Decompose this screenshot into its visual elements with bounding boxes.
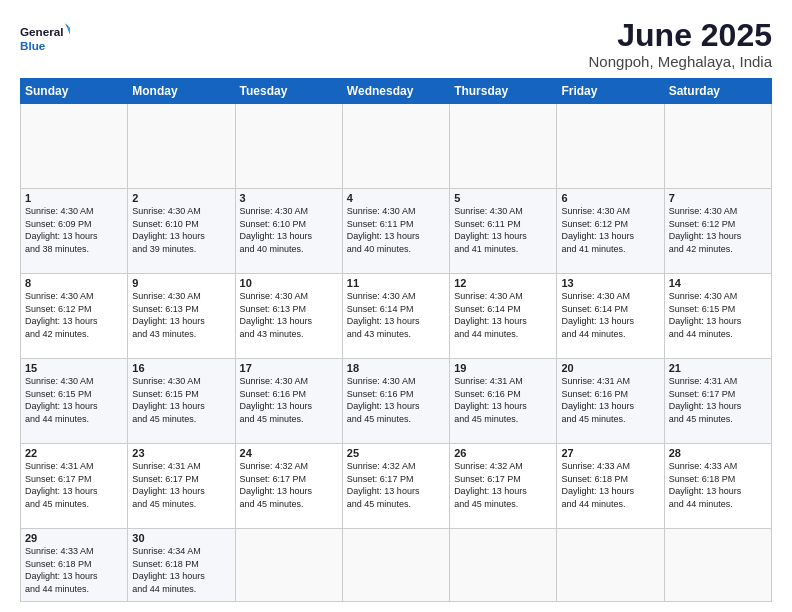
cell-content: Sunrise: 4:30 AM Sunset: 6:11 PM Dayligh… [454,205,552,255]
cell-content: Sunrise: 4:30 AM Sunset: 6:15 PM Dayligh… [25,375,123,425]
day-number: 9 [132,277,230,289]
table-cell [557,529,664,602]
day-number: 15 [25,362,123,374]
day-number: 8 [25,277,123,289]
table-cell: 3Sunrise: 4:30 AM Sunset: 6:10 PM Daylig… [235,189,342,274]
cell-content: Sunrise: 4:30 AM Sunset: 6:13 PM Dayligh… [132,290,230,340]
table-cell: 19Sunrise: 4:31 AM Sunset: 6:16 PM Dayli… [450,359,557,444]
cell-content: Sunrise: 4:30 AM Sunset: 6:16 PM Dayligh… [347,375,445,425]
svg-text:General: General [20,25,63,38]
cell-content: Sunrise: 4:30 AM Sunset: 6:15 PM Dayligh… [669,290,767,340]
cell-content: Sunrise: 4:30 AM Sunset: 6:12 PM Dayligh… [561,205,659,255]
day-number: 12 [454,277,552,289]
header-row: Sunday Monday Tuesday Wednesday Thursday… [21,79,772,104]
table-cell: 9Sunrise: 4:30 AM Sunset: 6:13 PM Daylig… [128,274,235,359]
calendar-title: June 2025 [589,18,772,53]
cell-content: Sunrise: 4:33 AM Sunset: 6:18 PM Dayligh… [561,460,659,510]
day-number: 22 [25,447,123,459]
col-wednesday: Wednesday [342,79,449,104]
cell-content: Sunrise: 4:30 AM Sunset: 6:13 PM Dayligh… [240,290,338,340]
table-cell [342,529,449,602]
logo: General Blue [20,18,70,58]
svg-text:Blue: Blue [20,39,46,52]
table-cell: 8Sunrise: 4:30 AM Sunset: 6:12 PM Daylig… [21,274,128,359]
table-cell: 1Sunrise: 4:30 AM Sunset: 6:09 PM Daylig… [21,189,128,274]
cell-content: Sunrise: 4:31 AM Sunset: 6:17 PM Dayligh… [25,460,123,510]
day-number: 26 [454,447,552,459]
day-number: 1 [25,192,123,204]
cell-content: Sunrise: 4:30 AM Sunset: 6:12 PM Dayligh… [669,205,767,255]
page: General Blue June 2025 Nongpoh, Meghalay… [0,0,792,612]
cell-content: Sunrise: 4:31 AM Sunset: 6:16 PM Dayligh… [454,375,552,425]
table-cell: 22Sunrise: 4:31 AM Sunset: 6:17 PM Dayli… [21,444,128,529]
cell-content: Sunrise: 4:30 AM Sunset: 6:15 PM Dayligh… [132,375,230,425]
table-cell: 5Sunrise: 4:30 AM Sunset: 6:11 PM Daylig… [450,189,557,274]
table-cell: 21Sunrise: 4:31 AM Sunset: 6:17 PM Dayli… [664,359,771,444]
table-cell [128,104,235,189]
cell-content: Sunrise: 4:32 AM Sunset: 6:17 PM Dayligh… [347,460,445,510]
table-cell [21,104,128,189]
table-cell: 18Sunrise: 4:30 AM Sunset: 6:16 PM Dayli… [342,359,449,444]
calendar-subtitle: Nongpoh, Meghalaya, India [589,53,772,70]
day-number: 30 [132,532,230,544]
day-number: 29 [25,532,123,544]
table-cell [450,104,557,189]
table-cell: 4Sunrise: 4:30 AM Sunset: 6:11 PM Daylig… [342,189,449,274]
cell-content: Sunrise: 4:31 AM Sunset: 6:16 PM Dayligh… [561,375,659,425]
cell-content: Sunrise: 4:33 AM Sunset: 6:18 PM Dayligh… [669,460,767,510]
table-cell: 6Sunrise: 4:30 AM Sunset: 6:12 PM Daylig… [557,189,664,274]
day-number: 10 [240,277,338,289]
day-number: 14 [669,277,767,289]
logo-svg: General Blue [20,18,70,58]
table-cell: 14Sunrise: 4:30 AM Sunset: 6:15 PM Dayli… [664,274,771,359]
table-cell: 16Sunrise: 4:30 AM Sunset: 6:15 PM Dayli… [128,359,235,444]
table-cell: 11Sunrise: 4:30 AM Sunset: 6:14 PM Dayli… [342,274,449,359]
day-number: 5 [454,192,552,204]
cell-content: Sunrise: 4:30 AM Sunset: 6:10 PM Dayligh… [132,205,230,255]
table-cell: 17Sunrise: 4:30 AM Sunset: 6:16 PM Dayli… [235,359,342,444]
table-cell: 30Sunrise: 4:34 AM Sunset: 6:18 PM Dayli… [128,529,235,602]
table-cell: 27Sunrise: 4:33 AM Sunset: 6:18 PM Dayli… [557,444,664,529]
cell-content: Sunrise: 4:30 AM Sunset: 6:12 PM Dayligh… [25,290,123,340]
table-cell: 26Sunrise: 4:32 AM Sunset: 6:17 PM Dayli… [450,444,557,529]
day-number: 27 [561,447,659,459]
table-cell [664,529,771,602]
day-number: 24 [240,447,338,459]
day-number: 25 [347,447,445,459]
table-cell: 28Sunrise: 4:33 AM Sunset: 6:18 PM Dayli… [664,444,771,529]
cell-content: Sunrise: 4:30 AM Sunset: 6:09 PM Dayligh… [25,205,123,255]
table-cell: 13Sunrise: 4:30 AM Sunset: 6:14 PM Dayli… [557,274,664,359]
day-number: 3 [240,192,338,204]
day-number: 19 [454,362,552,374]
day-number: 18 [347,362,445,374]
cell-content: Sunrise: 4:30 AM Sunset: 6:14 PM Dayligh… [561,290,659,340]
cell-content: Sunrise: 4:33 AM Sunset: 6:18 PM Dayligh… [25,545,123,595]
title-block: June 2025 Nongpoh, Meghalaya, India [589,18,772,70]
cell-content: Sunrise: 4:30 AM Sunset: 6:14 PM Dayligh… [454,290,552,340]
col-friday: Friday [557,79,664,104]
cell-content: Sunrise: 4:30 AM Sunset: 6:16 PM Dayligh… [240,375,338,425]
cell-content: Sunrise: 4:34 AM Sunset: 6:18 PM Dayligh… [132,545,230,595]
table-cell [235,104,342,189]
table-cell: 23Sunrise: 4:31 AM Sunset: 6:17 PM Dayli… [128,444,235,529]
table-cell [664,104,771,189]
day-number: 4 [347,192,445,204]
cell-content: Sunrise: 4:31 AM Sunset: 6:17 PM Dayligh… [669,375,767,425]
cell-content: Sunrise: 4:32 AM Sunset: 6:17 PM Dayligh… [454,460,552,510]
day-number: 13 [561,277,659,289]
calendar-table: Sunday Monday Tuesday Wednesday Thursday… [20,78,772,602]
table-cell: 12Sunrise: 4:30 AM Sunset: 6:14 PM Dayli… [450,274,557,359]
cell-content: Sunrise: 4:30 AM Sunset: 6:11 PM Dayligh… [347,205,445,255]
cell-content: Sunrise: 4:30 AM Sunset: 6:14 PM Dayligh… [347,290,445,340]
col-tuesday: Tuesday [235,79,342,104]
col-saturday: Saturday [664,79,771,104]
header: General Blue June 2025 Nongpoh, Meghalay… [20,18,772,70]
table-cell: 15Sunrise: 4:30 AM Sunset: 6:15 PM Dayli… [21,359,128,444]
table-cell: 10Sunrise: 4:30 AM Sunset: 6:13 PM Dayli… [235,274,342,359]
day-number: 21 [669,362,767,374]
day-number: 20 [561,362,659,374]
day-number: 16 [132,362,230,374]
table-cell: 24Sunrise: 4:32 AM Sunset: 6:17 PM Dayli… [235,444,342,529]
day-number: 6 [561,192,659,204]
day-number: 17 [240,362,338,374]
